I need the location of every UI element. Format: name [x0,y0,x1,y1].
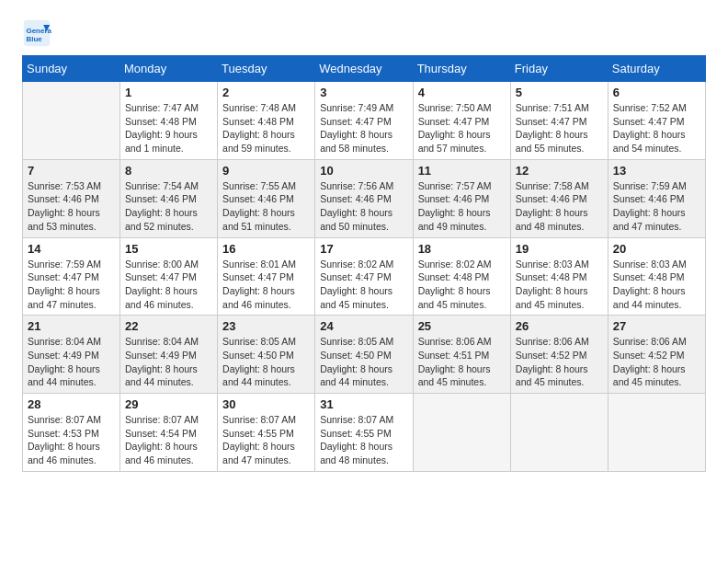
calendar-cell: 7Sunrise: 7:53 AMSunset: 4:46 PMDaylight… [23,159,120,237]
day-info: Sunrise: 8:04 AMSunset: 4:49 PMDaylight:… [28,335,115,389]
day-info: Sunrise: 8:01 AMSunset: 4:47 PMDaylight:… [222,258,310,312]
day-number: 4 [418,86,506,99]
day-info: Sunrise: 7:51 AMSunset: 4:47 PMDaylight:… [516,101,603,155]
calendar-cell [23,82,120,160]
calendar-cell: 31Sunrise: 8:07 AMSunset: 4:55 PMDayligh… [315,394,413,472]
col-header-wednesday: Wednesday [315,56,413,82]
day-info: Sunrise: 8:07 AMSunset: 4:55 PMDaylight:… [222,413,310,467]
calendar-cell: 20Sunrise: 8:03 AMSunset: 4:48 PMDayligh… [608,237,705,316]
day-info: Sunrise: 7:54 AMSunset: 4:46 PMDaylight:… [125,179,212,234]
day-info: Sunrise: 7:50 AMSunset: 4:47 PMDaylight:… [418,101,506,155]
calendar-cell: 3Sunrise: 7:49 AMSunset: 4:47 PMDaylight… [315,82,413,160]
day-number: 30 [222,397,310,411]
day-info: Sunrise: 8:07 AMSunset: 4:53 PMDaylight:… [28,413,115,467]
day-number: 15 [125,242,212,256]
calendar-cell: 14Sunrise: 7:59 AMSunset: 4:47 PMDayligh… [23,237,120,316]
day-info: Sunrise: 8:03 AMSunset: 4:48 PMDaylight:… [516,258,603,312]
calendar-cell: 9Sunrise: 7:55 AMSunset: 4:46 PMDaylight… [218,159,315,237]
calendar-cell: 22Sunrise: 8:04 AMSunset: 4:49 PMDayligh… [120,316,218,394]
day-info: Sunrise: 8:04 AMSunset: 4:49 PMDaylight:… [125,335,212,389]
calendar-cell [608,394,705,472]
calendar-cell: 12Sunrise: 7:58 AMSunset: 4:46 PMDayligh… [510,159,608,237]
logo-icon: General Blue [22,18,51,48]
calendar-cell: 15Sunrise: 8:00 AMSunset: 4:47 PMDayligh… [120,237,218,316]
calendar-table: SundayMondayTuesdayWednesdayThursdayFrid… [22,55,706,472]
day-number: 8 [125,164,212,178]
calendar-cell: 13Sunrise: 7:59 AMSunset: 4:46 PMDayligh… [608,159,705,237]
day-number: 10 [320,164,407,178]
col-header-thursday: Thursday [413,56,510,82]
day-number: 5 [516,86,603,99]
day-number: 20 [613,242,700,256]
day-info: Sunrise: 8:00 AMSunset: 4:47 PMDaylight:… [125,258,212,312]
day-info: Sunrise: 8:03 AMSunset: 4:48 PMDaylight:… [613,258,700,312]
calendar-week-row: 14Sunrise: 7:59 AMSunset: 4:47 PMDayligh… [23,237,706,316]
calendar-cell: 16Sunrise: 8:01 AMSunset: 4:47 PMDayligh… [218,237,315,316]
day-info: Sunrise: 7:59 AMSunset: 4:47 PMDaylight:… [28,258,115,312]
calendar-header-row: SundayMondayTuesdayWednesdayThursdayFrid… [23,56,706,82]
calendar-cell: 21Sunrise: 8:04 AMSunset: 4:49 PMDayligh… [23,316,120,394]
calendar-cell: 8Sunrise: 7:54 AMSunset: 4:46 PMDaylight… [120,159,218,237]
day-number: 6 [613,86,700,99]
day-info: Sunrise: 7:52 AMSunset: 4:47 PMDaylight:… [613,101,700,155]
calendar-cell: 10Sunrise: 7:56 AMSunset: 4:46 PMDayligh… [315,159,413,237]
logo: General Blue [22,18,55,48]
day-number: 16 [222,242,310,256]
day-info: Sunrise: 8:02 AMSunset: 4:47 PMDaylight:… [320,258,407,312]
day-number: 9 [222,164,310,178]
day-info: Sunrise: 8:05 AMSunset: 4:50 PMDaylight:… [320,335,407,389]
day-info: Sunrise: 7:53 AMSunset: 4:46 PMDaylight:… [28,179,115,234]
calendar-cell: 24Sunrise: 8:05 AMSunset: 4:50 PMDayligh… [315,316,413,394]
day-number: 27 [613,319,700,333]
day-info: Sunrise: 7:48 AMSunset: 4:48 PMDaylight:… [222,101,310,155]
calendar-cell: 29Sunrise: 8:07 AMSunset: 4:54 PMDayligh… [120,394,218,472]
col-header-monday: Monday [120,56,218,82]
calendar-cell [510,394,608,472]
calendar-cell: 18Sunrise: 8:02 AMSunset: 4:48 PMDayligh… [413,237,510,316]
day-info: Sunrise: 8:07 AMSunset: 4:54 PMDaylight:… [125,413,212,467]
day-number: 1 [125,86,212,99]
day-number: 19 [516,242,603,256]
calendar-cell: 23Sunrise: 8:05 AMSunset: 4:50 PMDayligh… [218,316,315,394]
day-number: 28 [28,397,115,411]
calendar-cell: 25Sunrise: 8:06 AMSunset: 4:51 PMDayligh… [413,316,510,394]
calendar-cell: 11Sunrise: 7:57 AMSunset: 4:46 PMDayligh… [413,159,510,237]
day-number: 24 [320,319,407,333]
day-info: Sunrise: 7:55 AMSunset: 4:46 PMDaylight:… [222,179,310,234]
day-number: 11 [418,164,506,178]
calendar-cell: 30Sunrise: 8:07 AMSunset: 4:55 PMDayligh… [218,394,315,472]
calendar-week-row: 28Sunrise: 8:07 AMSunset: 4:53 PMDayligh… [23,394,706,472]
calendar-cell: 17Sunrise: 8:02 AMSunset: 4:47 PMDayligh… [315,237,413,316]
page-header: General Blue [22,18,706,48]
day-info: Sunrise: 8:06 AMSunset: 4:52 PMDaylight:… [613,335,700,389]
day-number: 12 [516,164,603,178]
day-info: Sunrise: 8:06 AMSunset: 4:51 PMDaylight:… [418,335,506,389]
calendar-week-row: 7Sunrise: 7:53 AMSunset: 4:46 PMDaylight… [23,159,706,237]
day-info: Sunrise: 8:06 AMSunset: 4:52 PMDaylight:… [516,335,603,389]
day-info: Sunrise: 8:05 AMSunset: 4:50 PMDaylight:… [222,335,310,389]
day-number: 29 [125,397,212,411]
day-number: 2 [222,86,310,99]
col-header-saturday: Saturday [608,56,705,82]
day-number: 13 [613,164,700,178]
calendar-cell: 26Sunrise: 8:06 AMSunset: 4:52 PMDayligh… [510,316,608,394]
svg-text:Blue: Blue [26,35,42,43]
col-header-sunday: Sunday [23,56,120,82]
day-number: 17 [320,242,407,256]
day-number: 21 [28,319,115,333]
day-info: Sunrise: 7:49 AMSunset: 4:47 PMDaylight:… [320,101,407,155]
day-info: Sunrise: 7:59 AMSunset: 4:46 PMDaylight:… [613,179,700,234]
calendar-week-row: 21Sunrise: 8:04 AMSunset: 4:49 PMDayligh… [23,316,706,394]
calendar-cell: 28Sunrise: 8:07 AMSunset: 4:53 PMDayligh… [23,394,120,472]
calendar-cell: 2Sunrise: 7:48 AMSunset: 4:48 PMDaylight… [218,82,315,160]
calendar-week-row: 1Sunrise: 7:47 AMSunset: 4:48 PMDaylight… [23,82,706,160]
day-number: 7 [28,164,115,178]
day-info: Sunrise: 7:47 AMSunset: 4:48 PMDaylight:… [125,101,212,155]
day-number: 23 [222,319,310,333]
day-info: Sunrise: 7:56 AMSunset: 4:46 PMDaylight:… [320,179,407,234]
day-info: Sunrise: 7:58 AMSunset: 4:46 PMDaylight:… [516,179,603,234]
calendar-cell: 5Sunrise: 7:51 AMSunset: 4:47 PMDaylight… [510,82,608,160]
calendar-cell: 4Sunrise: 7:50 AMSunset: 4:47 PMDaylight… [413,82,510,160]
calendar-cell: 6Sunrise: 7:52 AMSunset: 4:47 PMDaylight… [608,82,705,160]
day-number: 14 [28,242,115,256]
